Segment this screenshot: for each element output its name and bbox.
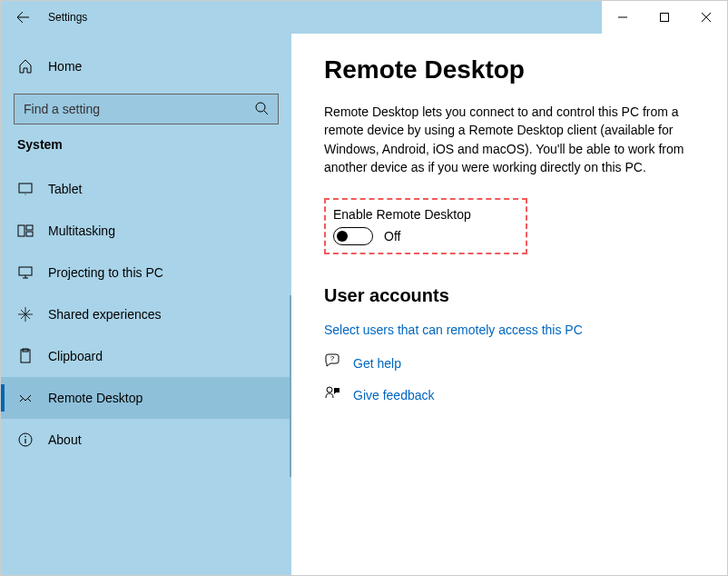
clipboard-icon [17, 348, 34, 364]
titlebar: Settings [1, 1, 727, 34]
window-title: Settings [44, 11, 87, 24]
section-user-accounts: User accounts [324, 285, 694, 306]
svg-rect-7 [19, 267, 32, 275]
back-button[interactable] [1, 10, 44, 25]
sidebar-item-projecting[interactable]: Projecting to this PC [1, 252, 291, 293]
maximize-icon [660, 13, 669, 22]
remote-desktop-icon [17, 390, 34, 406]
content-pane: Remote Desktop Remote Desktop lets you c… [291, 34, 727, 575]
page-description: Remote Desktop lets you connect to and c… [324, 103, 694, 176]
sidebar-category: System [1, 137, 291, 168]
svg-rect-4 [18, 225, 25, 236]
get-help-link[interactable]: Get help [353, 356, 401, 371]
page-title: Remote Desktop [324, 55, 694, 84]
sidebar-home[interactable]: Home [1, 48, 291, 84]
close-icon [702, 13, 711, 22]
close-button[interactable] [685, 1, 727, 34]
sidebar-item-label: Projecting to this PC [48, 265, 163, 280]
sidebar-item-multitasking[interactable]: Multitasking [1, 210, 291, 252]
settings-window: Settings Home [0, 0, 728, 576]
shared-experiences-icon [17, 306, 34, 323]
enable-remote-desktop-toggle[interactable] [333, 227, 373, 245]
svg-point-11 [25, 436, 26, 438]
svg-text:?: ? [330, 354, 335, 362]
svg-rect-6 [26, 232, 33, 236]
maximize-button[interactable] [644, 1, 685, 34]
sidebar-item-label: Clipboard [48, 349, 103, 363]
sidebar-nav: Tablet Multitasking Projecting to this P… [1, 168, 291, 575]
sidebar-scrollbar[interactable] [290, 295, 291, 477]
multitasking-icon [17, 223, 34, 239]
window-controls [602, 1, 727, 34]
search-box[interactable] [14, 94, 279, 124]
sidebar-item-about[interactable]: About [1, 419, 291, 461]
toggle-label: Enable Remote Desktop [333, 207, 471, 222]
svg-point-3 [25, 194, 26, 195]
svg-rect-2 [19, 184, 32, 193]
search-input[interactable] [24, 102, 254, 116]
sidebar-item-shared-experiences[interactable]: Shared experiences [1, 293, 291, 335]
svg-point-1 [256, 103, 265, 112]
minimize-icon [618, 13, 627, 22]
sidebar-item-clipboard[interactable]: Clipboard [1, 335, 291, 377]
tablet-icon [17, 181, 34, 197]
sidebar: Home System Tablet [1, 34, 291, 575]
sidebar-item-label: Shared experiences [48, 307, 162, 322]
svg-point-13 [327, 387, 332, 392]
home-icon [17, 58, 34, 74]
select-users-link[interactable]: Select users that can remotely access th… [324, 323, 694, 337]
sidebar-item-tablet[interactable]: Tablet [1, 168, 291, 210]
projecting-icon [17, 264, 34, 281]
minimize-button[interactable] [602, 1, 644, 34]
enable-remote-desktop-callout: Enable Remote Desktop Off [324, 198, 527, 254]
sidebar-item-label: Multitasking [48, 223, 115, 238]
give-feedback-link[interactable]: Give feedback [353, 388, 435, 402]
sidebar-item-label: Remote Desktop [48, 391, 143, 405]
feedback-icon [324, 385, 340, 404]
toggle-state: Off [384, 229, 400, 243]
sidebar-item-remote-desktop[interactable]: Remote Desktop [1, 377, 291, 419]
get-help-icon: ? [324, 353, 340, 372]
svg-rect-0 [661, 14, 669, 22]
give-feedback-row: Give feedback [324, 385, 694, 404]
search-icon [254, 101, 269, 118]
back-arrow-icon [15, 10, 30, 25]
sidebar-item-label: About [48, 432, 82, 447]
toggle-thumb [337, 231, 348, 242]
sidebar-home-label: Home [48, 59, 82, 74]
about-icon [17, 432, 34, 448]
get-help-row: ? Get help [324, 353, 694, 372]
sidebar-item-label: Tablet [48, 182, 82, 196]
svg-rect-5 [26, 225, 33, 230]
